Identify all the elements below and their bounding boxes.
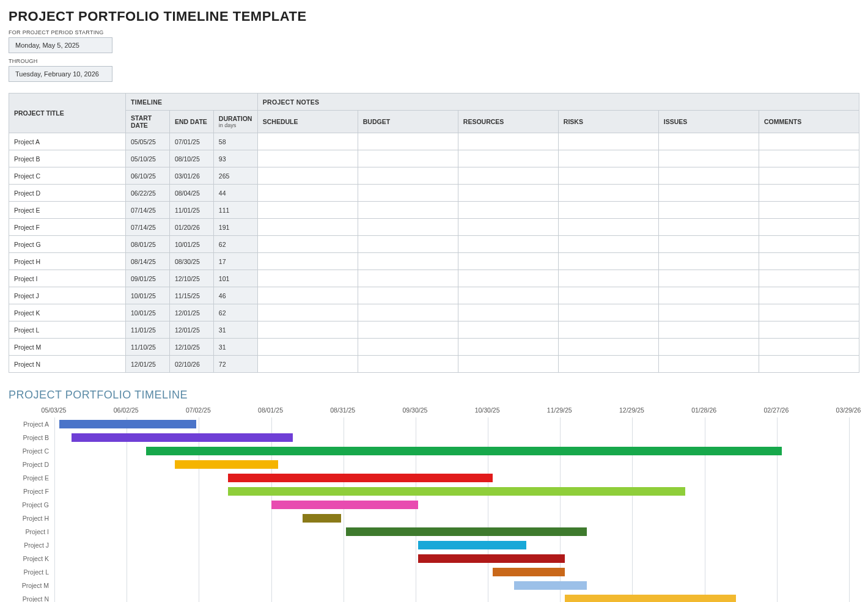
cell-risks[interactable] [558, 236, 658, 253]
cell-resources[interactable] [458, 133, 558, 150]
cell-start-date[interactable]: 07/14/25 [126, 202, 170, 219]
cell-schedule[interactable] [257, 202, 358, 219]
cell-start-date[interactable]: 11/10/25 [126, 339, 170, 356]
cell-start-date[interactable]: 08/14/25 [126, 253, 170, 270]
cell-start-date[interactable]: 05/10/25 [126, 150, 170, 167]
cell-project-title[interactable]: Project G [9, 236, 126, 253]
cell-end-date[interactable]: 10/01/25 [169, 236, 213, 253]
cell-budget[interactable] [358, 202, 458, 219]
cell-end-date[interactable]: 08/10/25 [169, 150, 213, 167]
cell-start-date[interactable]: 07/14/25 [126, 219, 170, 236]
cell-issues[interactable] [658, 167, 759, 185]
cell-comments[interactable] [759, 287, 859, 304]
cell-duration[interactable]: 31 [213, 321, 257, 339]
table-row[interactable]: Project I09/01/2512/10/25101 [9, 270, 859, 287]
cell-duration[interactable]: 31 [213, 339, 257, 356]
cell-risks[interactable] [558, 321, 658, 339]
cell-risks[interactable] [558, 133, 658, 150]
cell-issues[interactable] [658, 287, 759, 304]
cell-project-title[interactable]: Project H [9, 253, 126, 270]
cell-project-title[interactable]: Project J [9, 287, 126, 304]
cell-comments[interactable] [759, 304, 859, 321]
cell-risks[interactable] [558, 339, 658, 356]
cell-duration[interactable]: 62 [213, 236, 257, 253]
cell-duration[interactable]: 44 [213, 185, 257, 202]
cell-project-title[interactable]: Project E [9, 202, 126, 219]
cell-comments[interactable] [759, 270, 859, 287]
cell-issues[interactable] [658, 185, 759, 202]
cell-schedule[interactable] [257, 339, 358, 356]
cell-schedule[interactable] [257, 321, 358, 339]
cell-budget[interactable] [358, 321, 458, 339]
cell-start-date[interactable]: 12/01/25 [126, 356, 170, 373]
cell-project-title[interactable]: Project K [9, 304, 126, 321]
table-row[interactable]: Project M11/10/2512/10/2531 [9, 339, 859, 356]
cell-issues[interactable] [658, 202, 759, 219]
cell-risks[interactable] [558, 270, 658, 287]
cell-risks[interactable] [558, 219, 658, 236]
cell-schedule[interactable] [257, 236, 358, 253]
cell-duration[interactable]: 101 [213, 270, 257, 287]
cell-resources[interactable] [458, 219, 558, 236]
cell-budget[interactable] [358, 270, 458, 287]
cell-project-title[interactable]: Project M [9, 339, 126, 356]
table-row[interactable]: Project A05/05/2507/01/2558 [9, 133, 859, 150]
cell-end-date[interactable]: 01/20/26 [169, 219, 213, 236]
cell-issues[interactable] [658, 219, 759, 236]
cell-comments[interactable] [759, 253, 859, 270]
table-row[interactable]: Project N12/01/2502/10/2672 [9, 356, 859, 373]
cell-resources[interactable] [458, 356, 558, 373]
cell-end-date[interactable]: 08/30/25 [169, 253, 213, 270]
cell-project-title[interactable]: Project A [9, 133, 126, 150]
cell-schedule[interactable] [257, 150, 358, 167]
cell-comments[interactable] [759, 219, 859, 236]
cell-start-date[interactable]: 06/22/25 [126, 185, 170, 202]
cell-budget[interactable] [358, 133, 458, 150]
cell-risks[interactable] [558, 150, 658, 167]
cell-duration[interactable]: 93 [213, 150, 257, 167]
cell-resources[interactable] [458, 150, 558, 167]
table-row[interactable]: Project D06/22/2508/04/2544 [9, 185, 859, 202]
cell-budget[interactable] [358, 304, 458, 321]
table-row[interactable]: Project K10/01/2512/01/2562 [9, 304, 859, 321]
cell-issues[interactable] [658, 236, 759, 253]
cell-schedule[interactable] [257, 304, 358, 321]
cell-budget[interactable] [358, 356, 458, 373]
cell-resources[interactable] [458, 167, 558, 185]
cell-budget[interactable] [358, 339, 458, 356]
cell-end-date[interactable]: 12/01/25 [169, 321, 213, 339]
cell-end-date[interactable]: 08/04/25 [169, 185, 213, 202]
cell-comments[interactable] [759, 185, 859, 202]
cell-end-date[interactable]: 07/01/25 [169, 133, 213, 150]
cell-risks[interactable] [558, 356, 658, 373]
cell-project-title[interactable]: Project N [9, 356, 126, 373]
cell-comments[interactable] [759, 339, 859, 356]
cell-issues[interactable] [658, 253, 759, 270]
cell-schedule[interactable] [257, 253, 358, 270]
cell-comments[interactable] [759, 133, 859, 150]
cell-comments[interactable] [759, 150, 859, 167]
cell-resources[interactable] [458, 287, 558, 304]
cell-schedule[interactable] [257, 185, 358, 202]
cell-budget[interactable] [358, 219, 458, 236]
cell-risks[interactable] [558, 185, 658, 202]
cell-resources[interactable] [458, 253, 558, 270]
cell-risks[interactable] [558, 167, 658, 185]
cell-project-title[interactable]: Project B [9, 150, 126, 167]
cell-duration[interactable]: 46 [213, 287, 257, 304]
cell-resources[interactable] [458, 185, 558, 202]
cell-start-date[interactable]: 10/01/25 [126, 304, 170, 321]
cell-start-date[interactable]: 11/01/25 [126, 321, 170, 339]
cell-end-date[interactable]: 12/10/25 [169, 339, 213, 356]
cell-schedule[interactable] [257, 133, 358, 150]
cell-schedule[interactable] [257, 219, 358, 236]
cell-start-date[interactable]: 09/01/25 [126, 270, 170, 287]
cell-end-date[interactable]: 12/01/25 [169, 304, 213, 321]
cell-resources[interactable] [458, 321, 558, 339]
cell-issues[interactable] [658, 304, 759, 321]
cell-comments[interactable] [759, 321, 859, 339]
cell-comments[interactable] [759, 202, 859, 219]
cell-issues[interactable] [658, 339, 759, 356]
table-row[interactable]: Project C06/10/2503/01/26265 [9, 167, 859, 185]
cell-risks[interactable] [558, 287, 658, 304]
